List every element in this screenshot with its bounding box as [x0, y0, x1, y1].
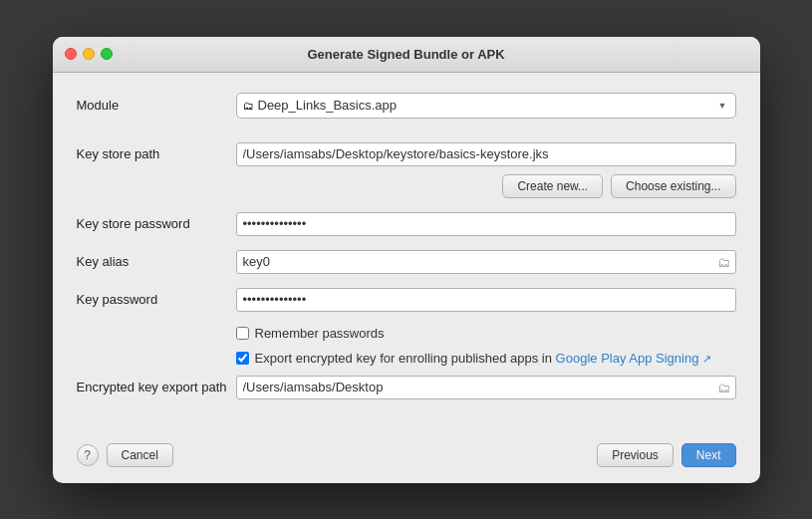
encrypted-key-path-row: Encrypted key export path 🗂 [77, 376, 736, 399]
export-key-checkbox[interactable] [236, 352, 249, 365]
key-alias-input[interactable] [236, 250, 736, 274]
window-title: Generate Signed Bundle or APK [307, 47, 504, 62]
titlebar: Generate Signed Bundle or APK [53, 37, 760, 73]
form-content: Module 🗂 Deep_Links_Basics.app ▼ Key sto… [53, 73, 760, 429]
remember-passwords-row: Remember passwords [236, 326, 736, 341]
encrypted-key-path-label: Encrypted key export path [77, 380, 236, 394]
export-key-text: Export encrypted key for enrolling publi… [255, 351, 552, 366]
module-value: Deep_Links_Basics.app [258, 98, 718, 113]
keystore-path-input[interactable] [236, 142, 736, 166]
dialog-footer: ? Cancel Previous Next [53, 433, 760, 483]
minimize-button[interactable] [83, 48, 95, 60]
encrypted-key-path-field: 🗂 [236, 376, 736, 399]
dropdown-arrow-icon: ▼ [718, 101, 727, 111]
export-key-label[interactable]: Export encrypted key for enrolling publi… [255, 351, 712, 366]
keystore-path-field [236, 142, 736, 166]
keystore-password-row: Key store password [77, 212, 736, 236]
module-label: Module [77, 98, 236, 113]
key-password-label: Key password [77, 292, 236, 307]
key-alias-field: 🗂 [236, 250, 736, 274]
cancel-button[interactable]: Cancel [107, 443, 173, 467]
previous-button[interactable]: Previous [597, 443, 674, 467]
help-button[interactable]: ? [77, 444, 99, 466]
traffic-lights [65, 48, 113, 60]
footer-left: ? Cancel [77, 443, 173, 467]
key-alias-row: Key alias 🗂 [77, 250, 736, 274]
footer-right: Previous Next [597, 443, 735, 467]
key-password-field [236, 288, 736, 312]
keystore-password-field [236, 212, 736, 236]
module-select[interactable]: 🗂 Deep_Links_Basics.app ▼ [236, 93, 736, 119]
keystore-password-input[interactable] [236, 212, 736, 236]
module-row: Module 🗂 Deep_Links_Basics.app ▼ [77, 93, 736, 119]
next-button[interactable]: Next [681, 443, 736, 467]
key-password-input[interactable] [236, 288, 736, 312]
keystore-action-buttons: Create new... Choose existing... [77, 174, 736, 198]
keystore-path-label: Key store path [77, 146, 236, 161]
module-field: 🗂 Deep_Links_Basics.app ▼ [236, 93, 736, 119]
remember-passwords-checkbox[interactable] [236, 327, 249, 340]
create-new-button[interactable]: Create new... [502, 174, 603, 198]
google-play-link[interactable]: Google Play App Signing [556, 351, 699, 366]
keystore-password-label: Key store password [77, 216, 236, 231]
maximize-button[interactable] [101, 48, 113, 60]
export-key-row: Export encrypted key for enrolling publi… [236, 351, 736, 366]
remember-passwords-label[interactable]: Remember passwords [255, 326, 385, 341]
external-link-icon: ↗ [702, 353, 711, 365]
keystore-path-row: Key store path [77, 142, 736, 166]
dialog-window: Generate Signed Bundle or APK Module 🗂 D… [53, 37, 760, 483]
encrypted-key-path-input[interactable] [236, 376, 736, 399]
close-button[interactable] [65, 48, 77, 60]
module-icon: 🗂 [243, 100, 254, 112]
key-alias-label: Key alias [77, 254, 236, 269]
key-password-row: Key password [77, 288, 736, 312]
choose-existing-button[interactable]: Choose existing... [611, 174, 735, 198]
